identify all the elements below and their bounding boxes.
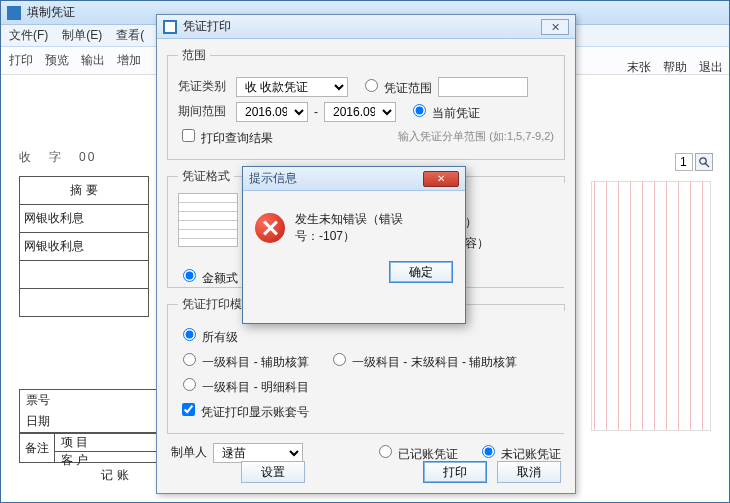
head-no: 00 [79, 150, 96, 164]
posted-yes-radio[interactable]: 已记账凭证 [374, 442, 458, 463]
period-label: 期间范围 [178, 103, 230, 120]
close-icon[interactable]: ✕ [423, 171, 459, 187]
settings-button[interactable]: 设置 [241, 461, 305, 483]
tool-preview[interactable]: 预览 [45, 52, 69, 69]
tmpl-opt-b[interactable]: 一级科目 - 辅助核算 [178, 350, 309, 371]
close-icon[interactable]: ✕ [541, 19, 569, 35]
svg-point-0 [700, 158, 706, 164]
show-set-check[interactable]: 凭证打印显示账套号 [178, 400, 309, 421]
tool-print[interactable]: 打印 [9, 52, 33, 69]
remark-project: 项 目 [55, 434, 158, 452]
posted-no-radio[interactable]: 未记账凭证 [477, 442, 561, 463]
head-shou: 收 [19, 150, 33, 164]
error-modal-titlebar[interactable]: 提示信息 ✕ [243, 167, 465, 191]
tool-last[interactable]: 末张 [627, 59, 651, 76]
error-modal: 提示信息 ✕ 发生未知错误（错误号：-107） 确定 [242, 166, 466, 324]
mini-search [675, 153, 713, 171]
tool-add[interactable]: 增加 [117, 52, 141, 69]
cancel-button[interactable]: 取消 [497, 461, 561, 483]
post-label: 记账 [101, 467, 133, 484]
remark-box: 备注 项 目 客 户 [19, 433, 159, 463]
voucher-type-select[interactable]: 收 收款凭证 [236, 77, 348, 97]
error-modal-title: 提示信息 [249, 170, 297, 187]
summary-header: 摘 要 [20, 177, 149, 205]
tool-help[interactable]: 帮助 [663, 59, 687, 76]
tmpl-opt-c[interactable]: 一级科目 - 末级科目 - 辅助核算 [328, 350, 518, 371]
search-icon[interactable] [695, 153, 713, 171]
table-row[interactable] [20, 289, 149, 317]
tool-exit[interactable]: 退出 [699, 59, 723, 76]
maker-label: 制单人 [171, 444, 207, 461]
period-from-select[interactable]: 2016.09 [236, 102, 308, 122]
remark-label: 备注 [20, 434, 55, 462]
amount-stripes [591, 181, 711, 431]
current-radio[interactable]: 当前凭证 [408, 101, 480, 122]
menu-file[interactable]: 文件(F) [9, 27, 48, 44]
range-hint: 输入凭证分单范围 (如:1,5,7-9,2) [398, 129, 554, 144]
ok-button[interactable]: 确定 [389, 261, 453, 283]
table-row[interactable]: 网银收利息 [20, 233, 149, 261]
table-row[interactable]: 网银收利息 [20, 205, 149, 233]
ticket-date-box: 票号 日期 [19, 389, 159, 433]
error-message: 发生未知错误（错误号：-107） [295, 211, 453, 245]
app-icon [7, 6, 21, 20]
ticket-label: 票号 [20, 390, 158, 411]
menu-make[interactable]: 制单(E) [62, 27, 102, 44]
dash: - [314, 105, 318, 119]
print-button[interactable]: 打印 [423, 461, 487, 483]
tmpl-opt-d[interactable]: 一级科目 - 明细科目 [178, 375, 309, 396]
scope-legend: 范围 [178, 47, 210, 64]
right-toolbar: 末张 帮助 退出 [627, 59, 723, 76]
range-input[interactable] [438, 77, 528, 97]
error-icon [255, 213, 285, 243]
svg-line-1 [706, 164, 710, 168]
date-label: 日期 [20, 411, 158, 432]
summary-grid: 摘 要 网银收利息 网银收利息 [19, 176, 149, 317]
tmpl-opt-all[interactable]: 所有级 [178, 325, 238, 346]
menu-view[interactable]: 查看( [116, 27, 144, 44]
period-to-select[interactable]: 2016.09 [324, 102, 396, 122]
type-label: 凭证类别 [178, 78, 230, 95]
scope-group: 范围 凭证类别 收 收款凭证 凭证范围 期间范围 2016.09 - 2016.… [167, 47, 565, 160]
template-legend: 凭证打印模 [178, 296, 246, 313]
range-radio[interactable]: 凭证范围 [360, 76, 432, 97]
print-dialog-titlebar[interactable]: 凭证打印 ✕ [157, 15, 575, 39]
tool-output[interactable]: 输出 [81, 52, 105, 69]
table-row[interactable] [20, 261, 149, 289]
main-title: 填制凭证 [27, 4, 75, 21]
maker-select[interactable]: 逯苗 [213, 443, 303, 463]
format-legend: 凭证格式 [178, 168, 234, 185]
mini-search-input[interactable] [675, 153, 693, 171]
voucher-area: 收 字 00 摘 要 网银收利息 网银收利息 [19, 149, 159, 317]
dialog-icon [163, 20, 177, 34]
print-query-check[interactable]: 打印查询结果 [178, 126, 273, 147]
format-preview-icon [178, 193, 238, 247]
amount-radio[interactable]: 金额式 [178, 266, 238, 287]
head-zi: 字 [49, 150, 63, 164]
print-dialog-title: 凭证打印 [183, 18, 231, 35]
